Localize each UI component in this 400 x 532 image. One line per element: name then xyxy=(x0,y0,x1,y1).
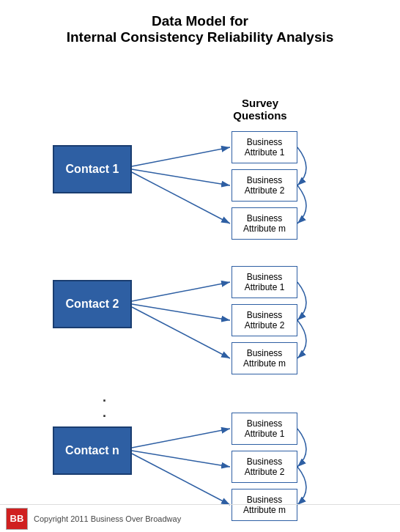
diagram-area: SurveyQuestions Contact 1 BusinessAttrib… xyxy=(0,53,400,507)
svg-line-10 xyxy=(132,454,230,505)
svg-line-5 xyxy=(132,282,230,301)
attr2-2-box: BusinessAttribute 2 xyxy=(232,304,297,336)
footer: BB Copyright 2011 Business Over Broadway xyxy=(0,504,400,532)
contactn-box: Contact n xyxy=(53,426,132,475)
title-area: Data Model for Internal Consistency Reli… xyxy=(0,0,400,53)
attr2-m-box: BusinessAttribute m xyxy=(232,342,297,374)
svg-line-7 xyxy=(132,307,230,358)
survey-questions-label: SurveyQuestions xyxy=(216,97,304,122)
survey-label-text: SurveyQuestions xyxy=(233,97,286,122)
footer-copyright: Copyright 2011 Business Over Broadway xyxy=(34,514,181,523)
attrn-2-box: BusinessAttribute 2 xyxy=(232,451,297,483)
contact1-box: Contact 1 xyxy=(53,145,132,193)
attr1-m-box: BusinessAttribute m xyxy=(232,207,297,240)
title-line2: Internal Consistency Reliability Analysi… xyxy=(0,29,400,45)
svg-line-2 xyxy=(132,147,230,166)
svg-line-8 xyxy=(132,429,230,448)
svg-line-4 xyxy=(132,172,230,223)
attr1-2-box: BusinessAttribute 2 xyxy=(232,169,297,202)
page-container: Data Model for Internal Consistency Reli… xyxy=(0,0,400,532)
attr2-1-box: BusinessAttribute 1 xyxy=(232,266,297,298)
contact2-box: Contact 2 xyxy=(53,280,132,328)
svg-line-6 xyxy=(132,304,230,320)
attrn-1-box: BusinessAttribute 1 xyxy=(232,413,297,445)
attr1-1-box: BusinessAttribute 1 xyxy=(232,131,297,163)
svg-line-3 xyxy=(132,169,230,185)
footer-logo: BB xyxy=(6,508,28,530)
title-line1: Data Model for xyxy=(0,13,400,29)
svg-line-9 xyxy=(132,451,230,467)
